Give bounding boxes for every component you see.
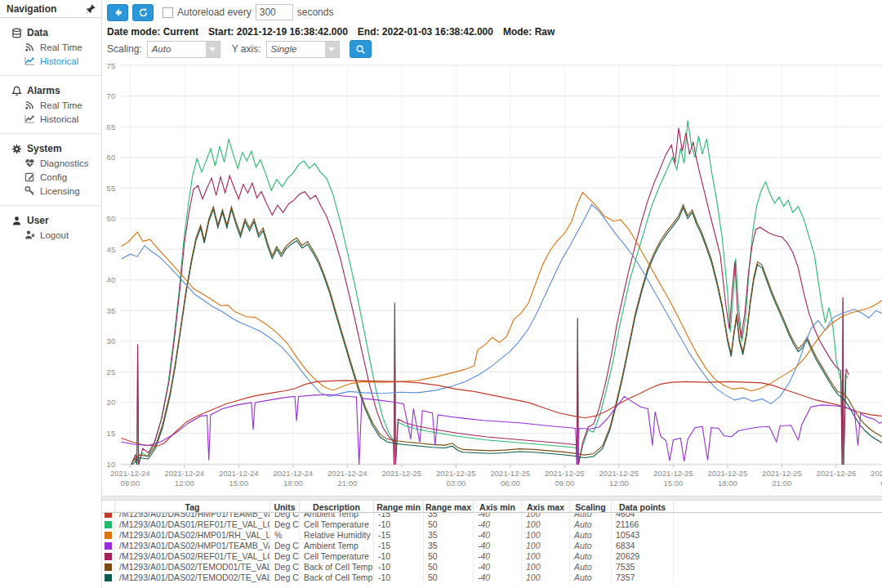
cell-scaling: Auto: [570, 530, 612, 541]
autoreload-checkbox[interactable]: [163, 7, 173, 18]
cell-data-points: 7357: [612, 572, 674, 583]
cell-range-min: -10: [374, 572, 424, 583]
date-summary: Date mode: Current Start: 2021-12-19 16:…: [107, 25, 559, 38]
sidebar-section-data: DataReal TimeHistorical: [0, 25, 101, 68]
series-color-swatch: [105, 521, 112, 528]
table-row[interactable]: /M1293/A01/DAS02/HMP01/TEAMB_VAL_LGRDeg …: [103, 541, 882, 551]
cell-units: Deg C: [270, 519, 300, 530]
cell-data-points: 21166: [612, 519, 674, 530]
cell-description: Back of Cell Temp: [300, 572, 374, 583]
series-ambient-das02-purple: [121, 394, 882, 465]
navigation-sidebar: Navigation DataReal TimeHistoricalAlarms…: [0, 0, 102, 588]
cell-range-min: -15: [374, 513, 424, 519]
yaxis-dropdown[interactable]: Single: [266, 41, 340, 58]
table-scrollbar-track[interactable]: [102, 496, 882, 501]
table-row[interactable]: /M1293/A01/DAS02/TEMOD01/TE_VAL_LGRDeg C…: [103, 562, 882, 572]
cell-range-max: 35: [424, 541, 474, 551]
x-axis-date-label: 2021-12-25: [708, 469, 748, 478]
table-body: /M1293/A01/DAS01/HMP01/TEAMB_VAL_LGRDeg …: [103, 513, 882, 588]
table-row[interactable]: /M1293/A01/DAS02/HMP01/RH_VAL_LGR%Relati…: [103, 530, 882, 541]
scaling-toolbar: Scaling: Auto Y axis: Single: [107, 40, 372, 58]
chevron-down-icon[interactable]: [325, 42, 339, 57]
column-header-description[interactable]: Description: [300, 501, 374, 512]
sidebar-section-system: SystemDiagnosticsConfigLicensing: [0, 141, 101, 198]
x-axis-time-label: 15:00: [663, 479, 683, 488]
x-axis-date-label: 2021-12-25: [491, 469, 531, 478]
gear-icon: [11, 144, 22, 154]
x-axis-date-label: 2021-12-25: [545, 469, 585, 478]
column-header-range-min[interactable]: Range min: [374, 501, 424, 512]
edit-icon: [24, 172, 35, 182]
sidebar-item-diagnostics[interactable]: Diagnostics: [0, 156, 101, 170]
y-axis-tick-label: 50: [107, 214, 116, 223]
x-axis-date-label: 2021-12-24: [219, 469, 259, 478]
x-axis-date-label: 2021-12-26: [817, 469, 857, 478]
back-button[interactable]: [107, 4, 128, 21]
column-header-tag[interactable]: Tag: [115, 501, 270, 512]
sidebar-section-label: Alarms: [0, 83, 101, 98]
sidebar-item-historical[interactable]: Historical: [0, 112, 101, 126]
sidebar-title: Navigation: [7, 3, 56, 15]
cell-range-min: -15: [374, 530, 424, 541]
key-icon: [24, 185, 35, 196]
chevron-down-icon[interactable]: [206, 42, 220, 57]
series-color-swatch: [105, 553, 112, 560]
sidebar-section-label: Data: [0, 25, 101, 40]
x-axis-date-label: 2021-12-25: [436, 469, 476, 478]
autoreload-label: Autoreload every: [177, 7, 252, 18]
date-mode-value: Current: [163, 26, 198, 38]
series-color-swatch: [105, 574, 112, 581]
series-ambient-das01-red: [121, 381, 882, 446]
sidebar-item-licensing[interactable]: Licensing: [0, 184, 101, 198]
sidebar-item-real-time[interactable]: Real Time: [0, 40, 101, 54]
sidebar-divider: [0, 205, 101, 206]
x-axis-time-label: 21:00: [337, 479, 357, 488]
cell-axis-max: 100: [522, 572, 570, 583]
mode-label: Mode:: [503, 26, 532, 38]
cell-units: Deg C: [270, 541, 300, 551]
pin-icon[interactable]: [85, 3, 96, 15]
scaling-dropdown-value: Auto: [148, 44, 206, 54]
sidebar-item-historical[interactable]: Historical: [0, 54, 101, 68]
sidebar-section-user: UserLogout: [0, 213, 101, 242]
table-row[interactable]: /M1293/A01/DAS02/TEMOD02/TE_VAL_LGRDeg C…: [103, 572, 882, 583]
column-header-data-points[interactable]: Data points: [612, 501, 674, 512]
cell-axis-max: 100: [522, 519, 570, 530]
sidebar-item-logout[interactable]: Logout: [0, 228, 101, 242]
column-header-range-max[interactable]: Range max: [424, 501, 474, 512]
x-axis-time-label: 03:00: [446, 479, 466, 488]
series-color-swatch: [105, 532, 112, 539]
column-header-scaling[interactable]: Scaling: [570, 501, 612, 512]
column-header-axis-min[interactable]: Axis min: [474, 501, 522, 512]
cell-axis-min: -40: [474, 551, 522, 562]
y-axis-tick-label: 10: [107, 460, 116, 469]
cell-tag: /M1293/A01/DAS01/HMP01/TEAMB_VAL_LGR: [115, 513, 270, 519]
cell-axis-min: -40: [474, 562, 522, 572]
sidebar-item-real-time[interactable]: Real Time: [0, 98, 101, 112]
table-row[interactable]: /M1293/A01/DAS01/REF01/TE_VAL_LGRDeg CCe…: [103, 519, 882, 530]
table-row[interactable]: /M1293/A01/DAS02/REF01/TE_VAL_LGRDeg CCe…: [103, 551, 882, 562]
column-header-axis-max[interactable]: Axis max: [522, 501, 570, 512]
x-axis-time-label: 06:00: [501, 479, 520, 488]
x-axis-date-label: 2021-12-24: [274, 469, 314, 478]
column-header-units[interactable]: Units: [270, 501, 300, 512]
cell-scaling: Auto: [570, 572, 612, 583]
x-axis-date-label: 2021-12-24: [110, 469, 150, 478]
table-row[interactable]: /M1293/A01/DAS01/HMP01/TEAMB_VAL_LGRDeg …: [103, 513, 882, 519]
cell-tag: /M1293/A01/DAS02/HMP01/TEAMB_VAL_LGR: [115, 541, 270, 551]
logout-icon: [24, 229, 35, 240]
autoreload-seconds-input[interactable]: [256, 4, 293, 20]
cell-range-min: -10: [374, 562, 424, 572]
scaling-label: Scaling:: [107, 43, 142, 55]
zoom-search-button[interactable]: [350, 40, 372, 58]
cell-data-points: 20629: [612, 551, 674, 562]
scaling-dropdown[interactable]: Auto: [147, 41, 220, 58]
yaxis-label: Y axis:: [232, 43, 261, 55]
y-axis-tick-label: 35: [107, 306, 116, 315]
rss-icon: [24, 100, 35, 110]
y-axis-tick-label: 30: [107, 336, 116, 345]
refresh-button[interactable]: [132, 4, 154, 21]
sidebar-item-config[interactable]: Config: [0, 170, 101, 184]
cell-tag: /M1293/A01/DAS02/HMP01/RH_VAL_LGR: [115, 530, 270, 541]
cell-range-max: 50: [424, 562, 474, 572]
